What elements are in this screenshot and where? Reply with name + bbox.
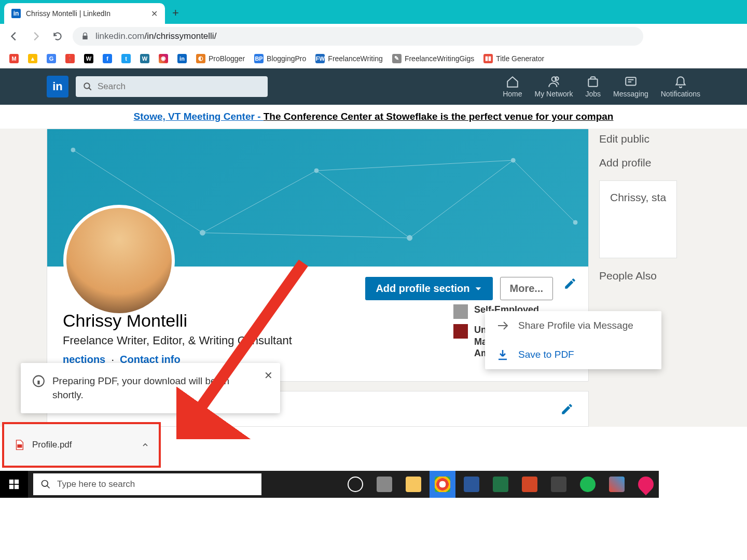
new-tab-button[interactable]: + [172,6,179,20]
nav-messaging[interactable]: Messaging [613,75,648,98]
nav-notifications[interactable]: Notifications [661,75,700,98]
taskbar-search-placeholder: Type here to search [57,479,135,489]
bookmark-icon: BP [254,54,264,63]
rail-prompt-card: Chrissy, sta [599,180,677,258]
bookmark-icon: M [9,54,19,63]
download-filename: Profile.pdf [32,440,134,450]
start-button[interactable] [0,471,28,498]
more-dropdown: Share Profile via Message Save to PDF [485,311,661,369]
bookmark-icon: W [140,54,149,63]
windows-taskbar: Type here to search [0,471,659,498]
lock-icon [81,32,89,40]
rail-add-profile[interactable]: Add profile [599,157,677,169]
pdf-toast: Preparing PDF, your download will begin … [21,363,280,413]
browser-toolbar: linkedin.com/in/chrissymontelli/ [0,24,747,49]
browser-tab[interactable]: in Chrissy Montelli | LinkedIn ✕ [4,3,165,24]
bookmark-icon: t [121,54,131,63]
bookmark-item[interactable]: FWFreelanceWriting [315,54,383,63]
save-to-pdf-item[interactable]: Save to PDF [485,340,661,369]
calculator-icon[interactable] [546,471,572,498]
svg-line-6 [410,160,514,238]
bookmark-item[interactable]: 📍 [65,54,75,63]
profile-avatar[interactable] [63,205,175,316]
svg-line-7 [513,160,575,222]
ad-link[interactable]: Stowe, VT Meeting Center - [134,111,264,122]
bookmark-icon: ◉ [159,54,168,63]
bookmark-item[interactable]: ✎FreelanceWritingGigs [392,54,474,63]
explorer-icon[interactable] [400,471,426,498]
svg-line-9 [316,160,513,171]
bookmark-item[interactable]: ▮▮Title Generator [483,54,544,63]
bookmark-icon: ▲ [28,54,37,63]
more-button[interactable]: More... [500,277,553,300]
bookmark-item[interactable]: ▲ [28,54,37,63]
word-icon[interactable] [459,471,485,498]
nav-jobs[interactable]: Jobs [585,75,601,98]
bookmark-icon: in [177,54,187,63]
cortana-icon[interactable] [342,471,368,498]
bookmark-icon: G [47,54,56,63]
linkedin-topnav: in HomeMy NetworkJobsMessagingNotificati… [0,68,747,105]
svg-point-15 [573,220,577,225]
bookmark-item[interactable]: W [84,54,93,63]
back-button[interactable] [7,30,21,43]
bookmark-item[interactable]: BPBloggingPro [254,54,306,63]
bookmark-icon: ◐ [196,54,205,63]
spotify-icon[interactable] [575,471,601,498]
reload-button[interactable] [51,30,64,43]
chrome-icon[interactable] [430,471,455,498]
nav-my-network[interactable]: My Network [535,75,573,98]
download-item[interactable]: Profile.pdf [2,422,161,468]
bookmark-item[interactable]: in [177,54,187,63]
chevron-up-icon[interactable] [141,441,149,449]
task-view-icon[interactable] [371,471,397,498]
share-profile-item[interactable]: Share Profile via Message [485,311,661,340]
maps-icon[interactable] [633,471,659,498]
bookmark-item[interactable]: W [140,54,149,63]
excel-icon[interactable] [488,471,514,498]
bookmark-item[interactable]: f [103,54,112,63]
pdf-icon [13,439,25,451]
bookmark-item[interactable]: M [9,54,19,63]
search-input[interactable] [98,81,260,92]
search-box[interactable] [76,76,268,97]
bookmark-item[interactable]: ◐ProBlogger [196,54,245,63]
svg-rect-19 [9,480,13,484]
svg-rect-20 [15,480,19,484]
paint-icon[interactable] [604,471,630,498]
address-bar[interactable]: linkedin.com/in/chrissymontelli/ [73,27,643,46]
bookmark-item[interactable]: t [121,54,131,63]
svg-point-23 [42,481,48,487]
taskbar-search[interactable]: Type here to search [33,473,261,495]
ad-text: The Conference Center at Stoweflake is t… [264,111,614,122]
linkedin-favicon: in [11,9,21,18]
bookmark-icon: 📍 [65,54,75,63]
taskbar-apps [342,471,659,498]
bookmark-item[interactable]: G [47,54,56,63]
bookmark-item[interactable]: ◉ [159,54,168,63]
right-rail: Edit public Add profile Chrissy, sta Peo… [599,129,677,427]
bookmark-icon: W [84,54,93,63]
bookmark-icon: ✎ [392,54,402,63]
nav-home[interactable]: Home [503,75,522,98]
svg-rect-21 [9,485,13,489]
edit-about-icon[interactable] [560,402,574,416]
svg-point-11 [200,230,205,235]
tab-close-icon[interactable]: ✕ [151,9,158,19]
svg-line-4 [202,171,316,233]
powerpoint-icon[interactable] [517,471,543,498]
bookmarks-bar: M▲G📍WftW◉in◐ProBloggerBPBloggingProFWFre… [0,49,747,68]
svg-line-5 [316,171,410,238]
rail-edit-public[interactable]: Edit public [599,133,677,145]
chevron-down-icon [474,285,482,293]
edit-icon[interactable] [563,277,577,290]
ad-banner[interactable]: Stowe, VT Meeting Center - The Conferenc… [0,105,747,129]
svg-point-0 [84,83,90,89]
forward-button[interactable] [29,30,43,43]
info-icon [32,374,45,388]
svg-rect-22 [15,485,19,489]
toast-close-button[interactable]: ✕ [264,369,273,382]
rail-people-also: People Also [599,270,677,282]
add-profile-section-button[interactable]: Add profile section [365,277,492,300]
linkedin-logo[interactable]: in [47,76,68,97]
